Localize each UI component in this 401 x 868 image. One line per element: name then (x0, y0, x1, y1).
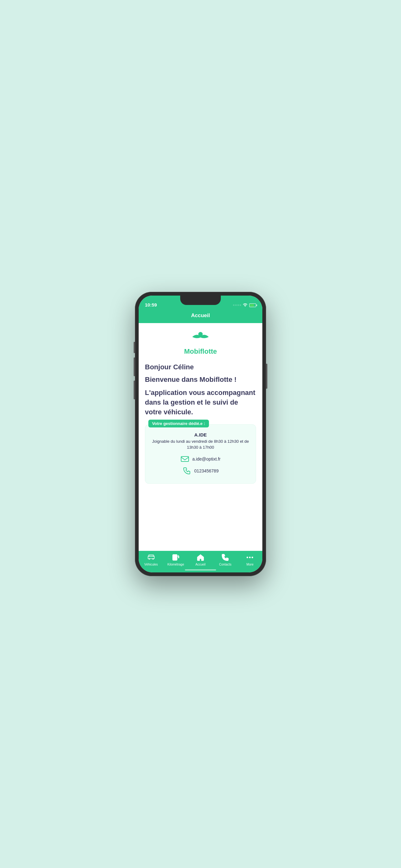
side-button-power (266, 364, 267, 389)
tab-accueil[interactable]: Accueil (191, 553, 210, 566)
side-button-mute (134, 342, 135, 353)
status-time: 10:59 (145, 302, 157, 307)
side-button-vol-down (134, 380, 135, 399)
main-content: Mobiflotte Bonjour Céline Bienvenue dans… (139, 323, 262, 551)
car-icon (147, 553, 155, 561)
home-indicator (185, 569, 216, 570)
phone-icon (182, 466, 191, 475)
more-icon (246, 553, 254, 561)
tab-vehicules-label: Véhicules (144, 563, 158, 566)
battery-icon (249, 303, 256, 307)
phone-text: 0123456789 (194, 468, 219, 473)
manager-hours: Joignable du lundi au vendredi de 8h30 à… (150, 439, 251, 450)
email-text: a.ide@optixt.fr (192, 457, 221, 462)
svg-rect-4 (173, 555, 177, 560)
logo-text: Mobiflotte (184, 347, 217, 355)
manager-badge: Votre gestionnaire dédié.e : (148, 420, 209, 428)
tab-contacts[interactable]: Contacts (216, 553, 235, 566)
svg-point-8 (249, 557, 251, 558)
svg-rect-5 (174, 556, 176, 557)
logo-container: Mobiflotte (145, 331, 256, 355)
greeting-text: Bonjour Céline (145, 363, 256, 371)
contacts-phone-icon (221, 553, 229, 561)
email-icon (180, 455, 189, 463)
status-icons (233, 303, 256, 307)
tab-kilometrage-label: Kilométrage (167, 563, 184, 566)
email-row[interactable]: a.ide@optixt.fr (150, 455, 251, 463)
home-icon (196, 553, 205, 561)
side-button-vol-up (134, 358, 135, 376)
svg-point-3 (153, 558, 153, 559)
svg-point-9 (252, 557, 253, 558)
mobiflotte-logo-icon (190, 331, 211, 346)
fuel-icon (172, 553, 180, 561)
nav-title: Accueil (191, 312, 210, 318)
tab-more[interactable]: More (240, 553, 259, 566)
tab-vehicules[interactable]: Véhicules (142, 553, 161, 566)
phone-row[interactable]: 0123456789 (150, 466, 251, 475)
svg-rect-1 (181, 457, 189, 462)
svg-point-2 (149, 558, 149, 559)
tab-contacts-label: Contacts (219, 563, 231, 566)
description-text: L'application vous accompagnant dans la … (145, 388, 256, 417)
tab-accueil-label: Accueil (196, 563, 205, 566)
signal-icon (233, 304, 241, 306)
manager-name: A.IDE (150, 432, 251, 437)
tab-kilometrage[interactable]: Kilométrage (166, 553, 185, 566)
svg-point-7 (247, 557, 248, 558)
notch (180, 296, 221, 305)
phone-frame: 10:59 Accueil (135, 292, 266, 576)
phone-screen: 10:59 Accueil (139, 296, 262, 572)
welcome-text: Bienvenue dans Mobiflotte ! (145, 376, 256, 384)
nav-header: Accueil (139, 309, 262, 323)
wifi-icon (243, 303, 248, 307)
tab-more-label: More (246, 563, 254, 566)
svg-point-6 (178, 555, 179, 556)
manager-card: Votre gestionnaire dédié.e : A.IDE Joign… (145, 424, 256, 484)
